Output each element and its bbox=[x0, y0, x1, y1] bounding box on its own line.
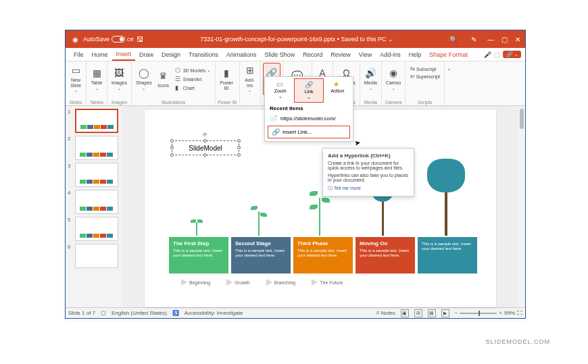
thumb-3[interactable]: 3 bbox=[68, 163, 120, 187]
tab-slideshow[interactable]: Slide Show bbox=[260, 48, 299, 61]
thumb-5[interactable]: 5 bbox=[68, 217, 120, 241]
addins-icon: ⊞ bbox=[244, 65, 256, 77]
action-button[interactable]: ★Action bbox=[324, 78, 351, 103]
minimize-button[interactable]: — bbox=[486, 36, 495, 43]
group-slides-label: Slides bbox=[68, 99, 84, 105]
tooltip-body1: Create a link in your document for quick… bbox=[328, 161, 409, 170]
shapes-icon: ◯ bbox=[138, 68, 150, 80]
app-icon: ◉ bbox=[70, 34, 80, 44]
search-icon[interactable]: 🔍 bbox=[449, 34, 458, 44]
recent-item-1[interactable]: 📄 https://slidemodel.com/ bbox=[266, 113, 351, 124]
slideshow-view-icon[interactable]: ▶ bbox=[441, 309, 449, 317]
thumb-2[interactable]: 2 bbox=[68, 136, 120, 160]
share-button[interactable]: 🔗⌄ bbox=[503, 51, 521, 58]
tab-review[interactable]: Review bbox=[326, 48, 355, 61]
link-subbutton[interactable]: 🔗Link⌄ bbox=[294, 78, 323, 103]
card-row: The First StepThis is a sample text. Ins… bbox=[169, 237, 477, 274]
images-button[interactable]: 🖼Images⌄ bbox=[109, 63, 129, 95]
card-1: The First StepThis is a sample text. Ins… bbox=[169, 237, 228, 274]
superscript-button[interactable]: X²Superscript bbox=[408, 74, 441, 80]
rotate-handle-icon[interactable]: ⟳ bbox=[203, 132, 207, 138]
fit-icon[interactable]: ⛶ bbox=[517, 310, 522, 316]
smartart-button[interactable]: ☰SmartArt bbox=[173, 75, 213, 83]
card-5: This is a sample text. Insert your desir… bbox=[418, 237, 477, 274]
smartart-icon: ☰ bbox=[175, 76, 182, 82]
normal-view-icon[interactable]: ▣ bbox=[401, 309, 409, 317]
insert-link-item[interactable]: 🔗 Insert Link... bbox=[268, 126, 350, 138]
new-slide-button[interactable]: ▭ New Slide ⌄ bbox=[68, 63, 84, 95]
table-button[interactable]: ▦Table⌄ bbox=[89, 63, 105, 95]
tab-shape-format[interactable]: Shape Format bbox=[425, 48, 472, 61]
zoom-value: 59% bbox=[504, 310, 515, 316]
document-title[interactable]: 7331-01-growth-concept-for-powerpoint-16… bbox=[147, 36, 447, 43]
zoom-slider[interactable] bbox=[460, 313, 497, 314]
new-slide-icon: ▭ bbox=[70, 65, 82, 77]
slide-thumbnails: 1 2 3 4 5 6 bbox=[66, 106, 122, 307]
action-icon: ★ bbox=[333, 80, 341, 88]
3dmodels-button[interactable]: ⬡3D Models⌄ bbox=[173, 66, 213, 74]
cube-icon: ⬡ bbox=[175, 67, 182, 74]
card-4: Moving OnThis is a sample text. Insert y… bbox=[356, 237, 415, 274]
thumb-6[interactable]: 6 bbox=[68, 244, 120, 268]
page-icon: 📄 bbox=[270, 115, 278, 122]
tab-record[interactable]: Record bbox=[299, 48, 326, 61]
tell-me-more-link[interactable]: Tell me more bbox=[328, 185, 409, 192]
zoom-in-icon[interactable]: + bbox=[499, 310, 502, 316]
chart-button[interactable]: ▮Chart bbox=[173, 84, 213, 92]
shapes-button[interactable]: ◯Shapes⌄ bbox=[134, 63, 154, 95]
zoom-control[interactable]: − + 59% ⛶ bbox=[455, 310, 522, 316]
tab-draw[interactable]: Draw bbox=[135, 48, 157, 61]
notes-button[interactable]: ≡ Notes bbox=[376, 310, 395, 316]
thumb-1[interactable]: 1 bbox=[68, 109, 120, 133]
language-icon[interactable]: ▢ bbox=[101, 310, 106, 316]
addins-button[interactable]: ⊞Add- ins⌄ bbox=[242, 63, 258, 95]
tab-file[interactable]: File bbox=[70, 48, 88, 61]
powerbi-icon: ▮ bbox=[220, 68, 232, 80]
tab-transitions[interactable]: Transitions bbox=[185, 48, 222, 61]
sorter-view-icon[interactable]: ⊞ bbox=[414, 309, 422, 317]
tab-design[interactable]: Design bbox=[157, 48, 185, 61]
cameo-icon: ◉ bbox=[387, 68, 399, 80]
slide-counter: Slide 1 of 7 bbox=[68, 310, 95, 316]
autosave-toggle[interactable]: AutoSave Off bbox=[83, 36, 133, 43]
zoom-link-button[interactable]: ▭Zoom⌄ bbox=[266, 78, 294, 103]
language-status[interactable]: English (United States) bbox=[112, 310, 167, 316]
tab-insert[interactable]: Insert bbox=[112, 48, 136, 61]
link-icon: 🔗 bbox=[272, 128, 280, 136]
powerbi-button[interactable]: ▮Power BI bbox=[218, 63, 235, 95]
tab-animations[interactable]: Animations bbox=[222, 48, 261, 61]
tab-view[interactable]: View bbox=[355, 48, 376, 61]
chart-icon: ▮ bbox=[175, 84, 182, 91]
images-icon: 🖼 bbox=[113, 68, 125, 80]
cameo-button[interactable]: ◉Cameo⌄ bbox=[384, 63, 403, 95]
accessibility-icon[interactable]: ♿ bbox=[172, 310, 179, 316]
link-icon: 🔗 bbox=[305, 81, 313, 88]
ribbon-tabs: File Home Insert Draw Design Transitions… bbox=[66, 48, 525, 61]
zoom-out-icon[interactable]: − bbox=[455, 310, 458, 316]
camera-tab-icon[interactable]: ⬚ bbox=[494, 51, 500, 58]
mic-icon[interactable]: 🎤 bbox=[484, 51, 491, 58]
media-icon: 🔊 bbox=[364, 68, 376, 80]
autosave-state: Off bbox=[127, 37, 133, 42]
tab-home[interactable]: Home bbox=[88, 48, 112, 61]
arrow-icon bbox=[226, 279, 232, 286]
thumb-4[interactable]: 4 bbox=[68, 190, 120, 214]
media-button[interactable]: 🔊Media⌄ bbox=[362, 63, 379, 95]
arrow-icon bbox=[181, 279, 187, 286]
save-icon[interactable]: 🖫 bbox=[135, 34, 145, 44]
reading-view-icon[interactable]: ▤ bbox=[428, 309, 436, 317]
tab-help[interactable]: Help bbox=[405, 48, 426, 61]
app-window: ◉ AutoSave Off 🖫 7331-01-growth-concept-… bbox=[65, 30, 526, 319]
subscript-button[interactable]: X₂Subscript bbox=[408, 66, 441, 72]
autosave-switch[interactable] bbox=[112, 36, 125, 43]
card-2: Second StageThis is a sample text. Inser… bbox=[231, 237, 291, 274]
accessibility-status[interactable]: Accessibility: Investigate bbox=[185, 310, 243, 316]
restore-button[interactable]: ▢ bbox=[499, 36, 509, 43]
close-button[interactable]: ✕ bbox=[513, 36, 522, 43]
tab-addins[interactable]: Add-ins bbox=[376, 48, 405, 61]
canvas-scrollbar[interactable] bbox=[518, 106, 525, 307]
ribbon-collapse-icon[interactable]: ⌄ bbox=[447, 66, 451, 72]
selected-textbox[interactable]: ⟳ SlideModel bbox=[172, 140, 239, 155]
pen-icon[interactable]: ✎ bbox=[469, 34, 479, 44]
icons-button[interactable]: ♛Icons bbox=[155, 63, 172, 95]
